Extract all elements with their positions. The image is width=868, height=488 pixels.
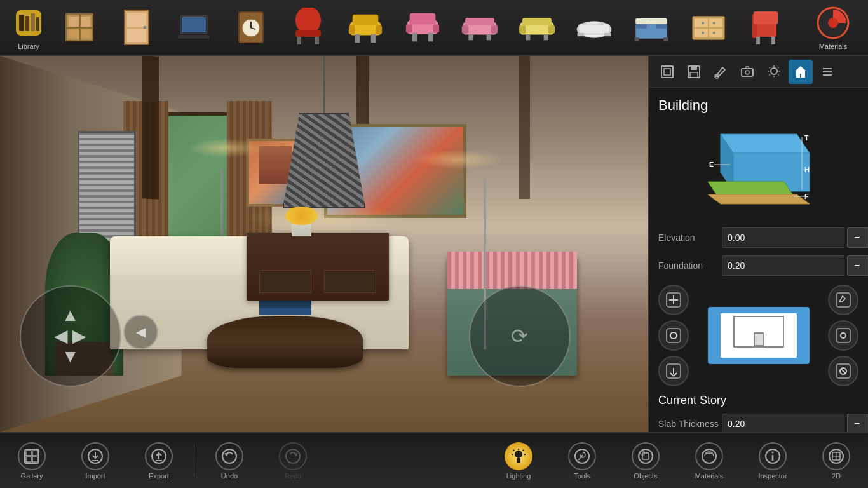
- top-item-bed[interactable]: [623, 2, 680, 53]
- svg-rect-26: [353, 15, 379, 25]
- view-btn[interactable]: [658, 320, 689, 351]
- svg-rect-71: [756, 37, 760, 44]
- elevation-input[interactable]: [722, 227, 844, 248]
- tool-light[interactable]: [762, 60, 786, 84]
- svg-point-138: [772, 451, 774, 453]
- tool-camera[interactable]: [735, 60, 759, 84]
- redo-label: Redo: [285, 472, 301, 480]
- materials-label: Materials: [819, 43, 848, 50]
- top-item-armchair-yellow[interactable]: [337, 2, 394, 53]
- tool-save[interactable]: [682, 60, 706, 84]
- slab-minus-btn[interactable]: −: [847, 414, 867, 434]
- objects-icon: [632, 442, 660, 470]
- svg-point-127: [286, 449, 300, 463]
- svg-rect-2: [25, 16, 29, 31]
- library-label: Library: [18, 43, 39, 50]
- svg-rect-45: [519, 25, 526, 33]
- svg-rect-51: [578, 33, 585, 36]
- nav-directional-arrows: ▲ ◀ ▶ ▼: [54, 305, 87, 367]
- nav-joystick-right[interactable]: ⟳: [469, 285, 571, 387]
- add-story-btn[interactable]: [658, 285, 689, 315]
- sofa-yellow-icon: [518, 9, 556, 46]
- add-below-btn[interactable]: [658, 356, 689, 386]
- svg-rect-47: [526, 34, 530, 40]
- bottom-item-redo[interactable]: Redo: [261, 435, 325, 486]
- tool-home[interactable]: [789, 60, 813, 84]
- svg-rect-32: [410, 13, 436, 24]
- top-item-laptop[interactable]: [165, 2, 222, 53]
- svg-rect-4: [36, 17, 39, 31]
- svg-point-83: [771, 68, 777, 74]
- svg-point-64: [702, 22, 704, 24]
- svg-rect-35: [412, 33, 417, 42]
- bottom-item-materials[interactable]: Materials: [677, 435, 741, 486]
- svg-text:E: E: [709, 161, 714, 168]
- viewport[interactable]: ▲ ◀ ▶ ▼ ◀ ⟳: [0, 56, 648, 432]
- bottom-item-gallery[interactable]: Gallery: [0, 435, 64, 486]
- delete-story-btn[interactable]: [828, 356, 858, 386]
- svg-rect-40: [491, 25, 498, 33]
- svg-marker-87: [721, 134, 810, 153]
- svg-rect-30: [371, 34, 376, 43]
- right-panel: Building T H E F: [648, 56, 868, 488]
- svg-rect-36: [428, 33, 433, 42]
- bottom-item-import[interactable]: Import: [64, 435, 127, 486]
- svg-rect-34: [433, 24, 439, 33]
- svg-rect-24: [315, 37, 319, 44]
- redo-icon: [279, 442, 307, 470]
- bottom-item-undo[interactable]: Undo: [198, 435, 261, 486]
- story-floor-card[interactable]: [708, 307, 810, 364]
- top-item-library[interactable]: Library: [6, 2, 51, 53]
- gallery-icon: [18, 442, 46, 470]
- edit-story-btn[interactable]: [828, 285, 858, 315]
- sofa-pink-icon: [461, 9, 499, 46]
- slab-thickness-label: Slab Thickness: [658, 419, 722, 429]
- top-item-materials[interactable]: Materials: [804, 2, 862, 53]
- top-item-sofa-pink[interactable]: [451, 2, 508, 53]
- nav-joystick-left[interactable]: ▲ ◀ ▶ ▼: [20, 285, 121, 387]
- library-icon: [10, 4, 48, 41]
- armchair-yellow-icon: [346, 9, 384, 46]
- divider-1: [194, 445, 194, 477]
- bottom-item-export[interactable]: Export: [127, 435, 191, 486]
- tool-room[interactable]: [655, 60, 679, 84]
- tool-paint[interactable]: [709, 60, 733, 84]
- svg-point-65: [713, 22, 715, 24]
- foundation-label: Foundation: [658, 261, 722, 271]
- svg-rect-1: [19, 15, 24, 31]
- nav-pan-button[interactable]: ◀: [123, 315, 158, 349]
- svg-rect-23: [297, 37, 301, 44]
- bottom-item-inspector[interactable]: Inspector: [741, 435, 804, 486]
- bottom-item-objects[interactable]: Objects: [614, 435, 677, 486]
- foundation-minus-btn[interactable]: −: [847, 255, 867, 276]
- svg-rect-119: [32, 457, 37, 462]
- svg-rect-28: [376, 25, 382, 34]
- bottom-item-lighting[interactable]: Lighting: [487, 435, 550, 486]
- svg-rect-48: [544, 34, 548, 40]
- top-item-bookcase[interactable]: [51, 2, 108, 53]
- svg-rect-41: [468, 34, 473, 40]
- slab-thickness-input[interactable]: [722, 414, 844, 434]
- svg-rect-12: [127, 29, 146, 42]
- top-item-chair-red2[interactable]: [737, 2, 794, 53]
- clock-icon: [232, 9, 270, 46]
- svg-rect-38: [465, 18, 494, 25]
- top-item-chair-red[interactable]: [280, 2, 337, 53]
- settings-story-btn[interactable]: [828, 320, 858, 351]
- inspector-label: Inspector: [758, 472, 787, 480]
- chair-pink-icon: [403, 9, 442, 46]
- materials2-label: Materials: [695, 472, 724, 480]
- top-item-clock[interactable]: [222, 2, 280, 53]
- bottom-item-tools[interactable]: Tools: [550, 435, 614, 486]
- top-item-dresser-furniture[interactable]: [680, 2, 737, 53]
- top-item-chair-pink[interactable]: [394, 2, 451, 53]
- bottom-item-2d[interactable]: 2D: [804, 435, 868, 486]
- foundation-input[interactable]: [722, 255, 844, 276]
- top-item-sofa-yellow[interactable]: [508, 2, 566, 53]
- svg-rect-115: [25, 449, 39, 463]
- top-item-door[interactable]: [108, 2, 165, 53]
- tool-list[interactable]: [815, 60, 839, 84]
- top-item-bathtub[interactable]: [566, 2, 623, 53]
- elevation-minus-btn[interactable]: −: [847, 227, 867, 248]
- svg-rect-76: [664, 69, 670, 75]
